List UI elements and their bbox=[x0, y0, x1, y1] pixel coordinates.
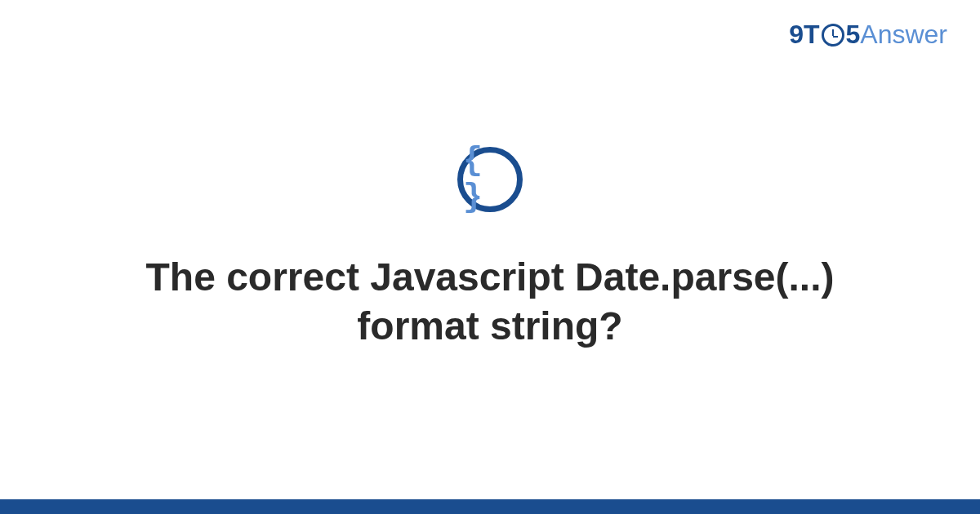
main-content: { } The correct Javascript Date.parse(..… bbox=[0, 0, 980, 514]
braces-glyph: { } bbox=[463, 143, 517, 216]
footer-bar bbox=[0, 499, 980, 514]
code-braces-icon: { } bbox=[457, 147, 523, 212]
question-title: The correct Javascript Date.parse(...) f… bbox=[122, 253, 858, 351]
